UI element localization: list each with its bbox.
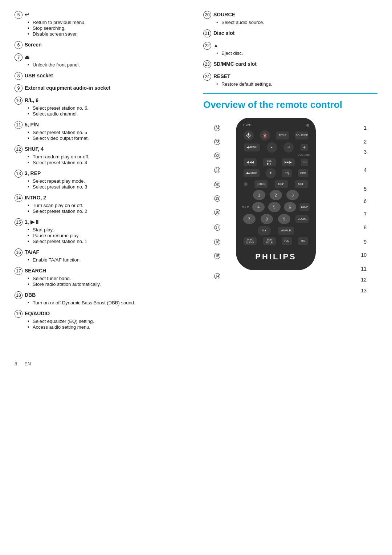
ann-num-2: 2 xyxy=(364,139,367,145)
btn-0plus[interactable]: 0 + xyxy=(258,226,271,235)
bullet-item: Select video output format. xyxy=(28,135,189,141)
btn-8[interactable]: 8 xyxy=(261,214,273,224)
item-20: 20SOURCESelect audio source. xyxy=(203,11,377,25)
source-button[interactable]: SOURCE xyxy=(295,131,308,139)
mute-button[interactable]: 🔇 xyxy=(260,130,270,141)
sel-play-button[interactable]: SEL▶⏸ xyxy=(263,158,276,166)
up-button[interactable]: ▲ xyxy=(267,142,277,153)
sch-button[interactable]: SCH xyxy=(295,180,308,188)
bullet-item: Select preset station no. 6. xyxy=(28,105,189,111)
item-header-9: 9External equipment audio-in socket xyxy=(15,84,189,92)
bullet-item: Select audio channel. xyxy=(28,111,189,117)
intro-button[interactable]: INTRO xyxy=(254,180,268,188)
item-label-15: 1, ▶⏸ xyxy=(25,219,40,225)
bullet-item: Turn random play on or off. xyxy=(28,154,189,159)
item-header-7: 7⏏ xyxy=(15,53,189,61)
btn-5[interactable]: 5 xyxy=(268,202,281,212)
ann-right-12: 12 xyxy=(361,277,367,283)
item-num-14: 14 xyxy=(15,194,23,202)
angle-button[interactable]: ANGLE xyxy=(278,227,294,235)
ann-num-8: 8 xyxy=(364,224,367,230)
item-bullets-19: Select equalizer (EQ) setting.Access aud… xyxy=(15,319,189,330)
btn-7[interactable]: 7 xyxy=(243,214,256,224)
ann-right-4: 4 xyxy=(364,167,367,173)
item-num-13: 13 xyxy=(15,170,23,178)
ann-num-10: 10 xyxy=(361,252,367,258)
down-button[interactable]: ▼ xyxy=(266,168,276,178)
rl-button[interactable]: R/L xyxy=(298,237,308,245)
remote-device: PWR ⏻ 🔇 TITLE SOURCE ◀MENU ▲ ↩ xyxy=(236,118,316,270)
item-label-5: ↩ xyxy=(25,12,29,17)
button-row-3: ◀|◀◀ SEL▶⏸ ▶▶|▶ − xyxy=(241,158,311,166)
item-bullets-15: Start play.Pause or resume play.Select p… xyxy=(15,227,189,244)
power-button[interactable]: ⏻ xyxy=(244,130,254,141)
item-bullets-5: Return to previous menu.Stop searching.D… xyxy=(15,20,189,37)
item-21: 21Disc slot xyxy=(203,29,377,37)
ann-num-24: 24 xyxy=(214,125,220,131)
title-button[interactable]: TITLE xyxy=(276,131,289,139)
btn-1[interactable]: 1 xyxy=(253,190,265,200)
item-14: 14INTRO, 2Turn scan play on or off.Selec… xyxy=(15,194,189,214)
item-header-11: 115, P/N xyxy=(15,121,189,129)
btn-6[interactable]: 6 xyxy=(284,202,296,212)
zoom-button[interactable]: ZOOM xyxy=(295,215,309,223)
rep-button[interactable]: REP xyxy=(275,180,288,188)
item-num-24: 24 xyxy=(203,73,211,81)
sub-title-button[interactable]: SUBTITLE xyxy=(263,237,276,245)
item-label-18: DBB xyxy=(25,292,36,298)
dbb-button[interactable]: DBB xyxy=(298,169,308,177)
ann-right-7: 7 xyxy=(364,211,367,217)
volume-label: VOLUME xyxy=(241,153,311,157)
menu-button[interactable]: ◀MENU xyxy=(244,143,260,151)
next-button[interactable]: ▶▶|▶ xyxy=(282,158,295,166)
ann-num-1: 1 xyxy=(364,125,367,131)
item-header-8: 8USB socket xyxy=(15,72,189,80)
button-row-7: SHUF 4 5 6 DISP xyxy=(241,202,311,212)
item-bullets-17: Select tuner band.Store radio station au… xyxy=(15,276,189,287)
button-row-6: 1 2 3 xyxy=(241,190,311,200)
item-label-21: Disc slot xyxy=(213,30,234,36)
bullet-item: Enable TA/AF function. xyxy=(28,257,189,263)
philips-logo: PHILIPS xyxy=(241,252,311,262)
btn-4[interactable]: 4 xyxy=(252,202,265,212)
pwr-label: PWR xyxy=(242,123,253,128)
section-title: Overview of the remote control xyxy=(203,99,377,110)
eq-button[interactable]: EQ xyxy=(282,169,292,177)
page-lang: EN xyxy=(24,361,31,366)
item-header-17: 17SEARCH xyxy=(15,267,189,275)
item-16: 16TA/AFEnable TA/AF function. xyxy=(15,248,189,263)
pn-button[interactable]: P/N xyxy=(282,237,292,245)
audio-button[interactable]: ◀AUDIO xyxy=(244,169,260,177)
btn-9[interactable]: 9 xyxy=(278,214,290,224)
item-bullets-24: Restore default settings. xyxy=(203,81,377,87)
bullet-item: Pause or resume play. xyxy=(28,233,189,238)
item-header-15: 151, ▶⏸ xyxy=(15,218,189,226)
ann-right-13: 13 xyxy=(361,288,367,293)
item-num-11: 11 xyxy=(15,121,23,129)
btn-3[interactable]: 3 xyxy=(286,190,299,200)
item-num-10: 10 xyxy=(15,97,23,105)
ann-right-1: 1 xyxy=(364,125,367,131)
item-num-23: 23 xyxy=(203,60,211,68)
vol-minus-button[interactable]: − xyxy=(301,159,308,166)
ann-right-3: 3 xyxy=(364,149,367,155)
item-header-21: 21Disc slot xyxy=(203,29,377,37)
item-header-6: 6Screen xyxy=(15,41,189,49)
prev-button[interactable]: ◀|◀◀ xyxy=(244,158,257,166)
item-6: 6Screen xyxy=(15,41,189,49)
disp-button[interactable]: DISP xyxy=(299,203,310,211)
btn-2[interactable]: 2 xyxy=(270,190,282,200)
item-header-14: 14INTRO, 2 xyxy=(15,194,189,202)
item-header-16: 16TA/AF xyxy=(15,248,189,256)
back-button[interactable]: ↩ xyxy=(283,142,294,153)
ann-num-7: 7 xyxy=(364,211,367,217)
item-num-9: 9 xyxy=(15,84,23,92)
vol-plus-button[interactable]: + xyxy=(301,144,308,151)
item-23: 23SD/MMC card slot xyxy=(203,60,377,68)
item-header-18: 18DBB xyxy=(15,291,189,299)
item-num-12: 12 xyxy=(15,145,23,153)
ann-right-11: 11 xyxy=(361,266,367,272)
ann-left-15: 15 xyxy=(214,253,220,259)
ann-left-24: 24 xyxy=(214,125,220,131)
disc-menu-button[interactable]: DISCMENU xyxy=(244,237,257,245)
